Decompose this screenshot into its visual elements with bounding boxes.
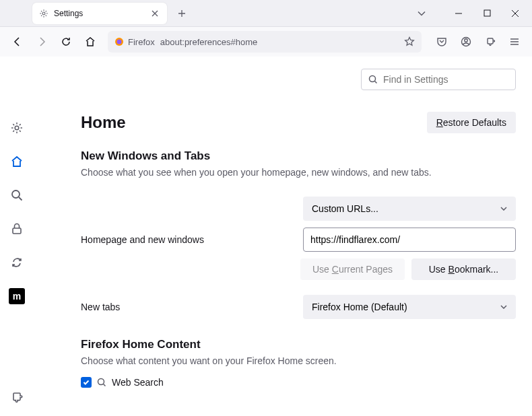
- homepage-label: Homepage and new windows: [81, 234, 303, 245]
- browser-tab[interactable]: Settings: [32, 3, 167, 24]
- url-text: about:preferences#home: [160, 37, 399, 47]
- web-search-label: Web Search: [112, 377, 164, 388]
- use-current-pages-button[interactable]: Use Current Pages: [300, 258, 405, 280]
- section-new-windows-heading: New Windows and Tabs: [81, 149, 516, 163]
- svg-point-3: [117, 40, 122, 44]
- extensions-button[interactable]: [479, 31, 501, 53]
- svg-point-6: [15, 126, 19, 130]
- reload-button[interactable]: [55, 31, 77, 53]
- use-bookmark-button[interactable]: Use Bookmark...: [411, 258, 516, 280]
- search-icon: [368, 75, 378, 84]
- forward-button[interactable]: [31, 31, 53, 53]
- menu-button[interactable]: [504, 31, 525, 53]
- svg-rect-1: [484, 10, 490, 16]
- close-window-button[interactable]: [501, 3, 529, 24]
- check-icon: [83, 379, 90, 386]
- close-icon[interactable]: [149, 8, 160, 19]
- maximize-button[interactable]: [473, 3, 501, 24]
- section-home-content-desc: Choose what content you want on your Fir…: [81, 355, 516, 366]
- svg-rect-8: [13, 228, 21, 234]
- find-in-settings[interactable]: [361, 69, 516, 90]
- account-button[interactable]: [455, 31, 477, 53]
- sidebar-item-addons[interactable]: [5, 385, 29, 409]
- titlebar: Settings: [0, 0, 532, 27]
- chevron-down-icon: [500, 305, 507, 309]
- minimize-button[interactable]: [444, 3, 473, 24]
- tab-title: Settings: [54, 9, 144, 18]
- site-identity[interactable]: Firefox: [114, 37, 155, 47]
- page-title: Home: [81, 113, 126, 132]
- settings-sidebar: m: [0, 57, 34, 416]
- svg-point-0: [42, 12, 45, 15]
- identity-label: Firefox: [128, 37, 155, 47]
- firefox-icon: [114, 37, 124, 46]
- svg-point-10: [98, 379, 104, 385]
- homepage-mode-value: Custom URLs...: [312, 203, 378, 214]
- chevron-down-icon: [500, 207, 507, 211]
- sidebar-item-search[interactable]: [5, 183, 29, 207]
- gear-icon: [39, 9, 48, 18]
- window-controls: [444, 3, 529, 24]
- homepage-mode-select[interactable]: Custom URLs...: [303, 197, 516, 221]
- search-icon: [97, 378, 106, 387]
- svg-point-9: [370, 76, 376, 82]
- svg-point-7: [12, 190, 20, 198]
- mozilla-icon: m: [9, 288, 25, 304]
- svg-point-5: [465, 39, 467, 42]
- section-home-content-heading: Firefox Home Content: [81, 338, 516, 351]
- sidebar-item-general[interactable]: [5, 116, 29, 140]
- back-button[interactable]: [7, 31, 28, 53]
- bookmark-star-icon[interactable]: [404, 36, 415, 47]
- toolbar: Firefox about:preferences#home: [0, 27, 532, 57]
- sidebar-item-mozilla[interactable]: m: [5, 284, 29, 308]
- new-tab-button[interactable]: [172, 4, 191, 23]
- sidebar-item-home[interactable]: [5, 149, 29, 174]
- tabs-dropdown-icon[interactable]: [412, 4, 431, 23]
- find-input[interactable]: [383, 74, 508, 85]
- newtabs-select[interactable]: Firefox Home (Default): [303, 295, 516, 319]
- section-new-windows-desc: Choose what you see when you open your h…: [81, 167, 516, 178]
- home-button[interactable]: [79, 31, 101, 53]
- newtabs-label: New tabs: [81, 302, 303, 312]
- sidebar-item-privacy[interactable]: [5, 217, 29, 241]
- restore-defaults-button[interactable]: Restore Defaults: [427, 112, 516, 133]
- sidebar-item-sync[interactable]: [5, 250, 29, 275]
- pocket-button[interactable]: [431, 31, 453, 53]
- url-bar[interactable]: Firefox about:preferences#home: [108, 31, 422, 53]
- web-search-checkbox[interactable]: [81, 377, 92, 388]
- newtabs-value: Firefox Home (Default): [312, 302, 407, 312]
- settings-main: Home Restore Defaults New Windows and Ta…: [34, 57, 532, 416]
- homepage-url-input[interactable]: [303, 228, 516, 252]
